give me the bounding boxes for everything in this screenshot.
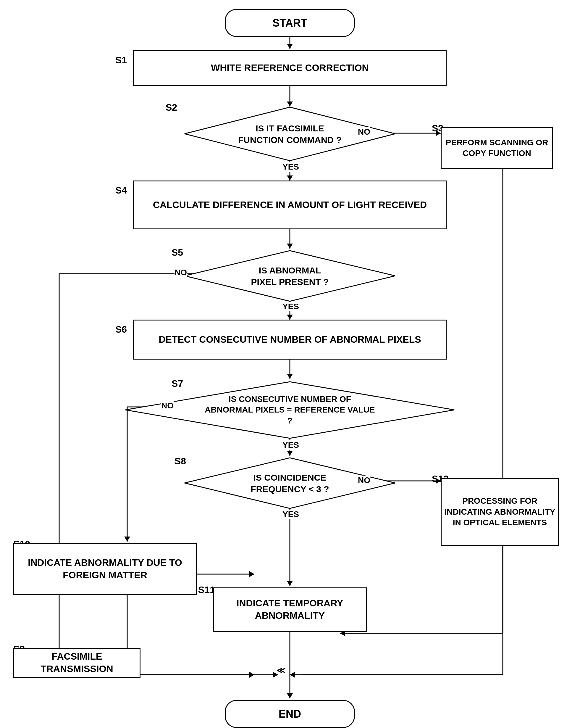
s2-no-label: NO [358,127,370,137]
svg-marker-25 [124,537,130,542]
s4-label: CALCULATE DIFFERENCE IN AMOUNT OF LIGHT … [153,199,427,211]
s1-box: WHITE REFERENCE CORRECTION [133,50,447,86]
svg-marker-27 [287,581,293,586]
s12-label: PROCESSING FOR INDICATING ABNORMALITY IN… [442,496,558,528]
s3-box: PERFORM SCANNING OR COPY FUNCTION [441,127,553,169]
s10-box: INDICATE ABNORMALITY DUE TO FOREIGN MATT… [13,543,197,595]
s5-no-label: NO [174,268,187,277]
s7-label: IS CONSECUTIVE NUMBER OFABNORMAL PIXELS … [202,391,378,429]
svg-marker-5 [287,176,293,181]
s4-box: CALCULATE DIFFERENCE IN AMOUNT OF LIGHT … [133,181,447,229]
s7-no-label: NO [161,401,174,411]
svg-marker-42 [287,693,293,698]
s11-step-label: S11 [198,584,215,595]
svg-marker-31 [249,571,254,577]
end-node: END [225,700,355,728]
s6-step-label: S6 [115,324,127,335]
s10-label: INDICATE ABNORMALITY DUE TO FOREIGN MATT… [14,557,196,581]
s5-label: IS ABNORMALPIXEL PRESENT ? [248,262,332,291]
start-node: START [225,9,355,37]
s8-label: IS COINCIDENCEFREQUENCY < 3 ? [248,469,332,498]
svg-marker-18 [249,672,254,678]
svg-marker-20 [287,374,293,379]
svg-text:≪: ≪ [277,666,285,675]
svg-marker-14 [287,315,293,320]
end-label: END [279,708,301,720]
s1-label: WHITE REFERENCE CORRECTION [211,62,368,74]
s7-diamond: IS CONSECUTIVE NUMBER OFABNORMAL PIXELS … [124,381,455,439]
s8-yes-label: YES [282,510,299,519]
s5-yes-label: YES [282,302,299,311]
start-label: START [272,17,307,29]
s5-diamond: IS ABNORMALPIXEL PRESENT ? [183,250,396,302]
s11-label: INDICATE TEMPORARY ABNORMALITY [214,597,366,622]
s3-label: PERFORM SCANNING OR COPY FUNCTION [442,137,552,159]
svg-marker-1 [287,44,293,49]
svg-marker-12 [287,243,293,249]
s11-box: INDICATE TEMPORARY ABNORMALITY [213,588,367,632]
s7-yes-label: YES [282,440,299,450]
s5-step-label: S5 [171,247,183,258]
s6-box: DETECT CONSECUTIVE NUMBER OF ABNORMAL PI… [133,320,447,360]
s9-label: FACSIMILE TRANSMISSION [14,650,140,675]
s2-label: IS IT FACSIMILEFUNCTION COMMAND ? [235,120,344,149]
s8-no-label: NO [358,475,370,485]
s2-step-label: S2 [166,102,177,113]
flowchart: ≪ START S1 WHITE REFERENCE CORRECTION S2… [0,0,580,728]
s6-label: DETECT CONSECUTIVE NUMBER OF ABNORMAL PI… [159,334,421,346]
s9-box: FACSIMILE TRANSMISSION [13,648,140,678]
svg-marker-10 [290,672,295,678]
svg-marker-3 [287,102,293,107]
s2-yes-label: YES [282,162,299,172]
s1-step-label: S1 [115,55,127,66]
s4-step-label: S4 [115,185,127,196]
svg-marker-22 [287,451,293,456]
s12-box: PROCESSING FOR INDICATING ABNORMALITY IN… [441,478,559,546]
svg-marker-44 [273,672,278,678]
